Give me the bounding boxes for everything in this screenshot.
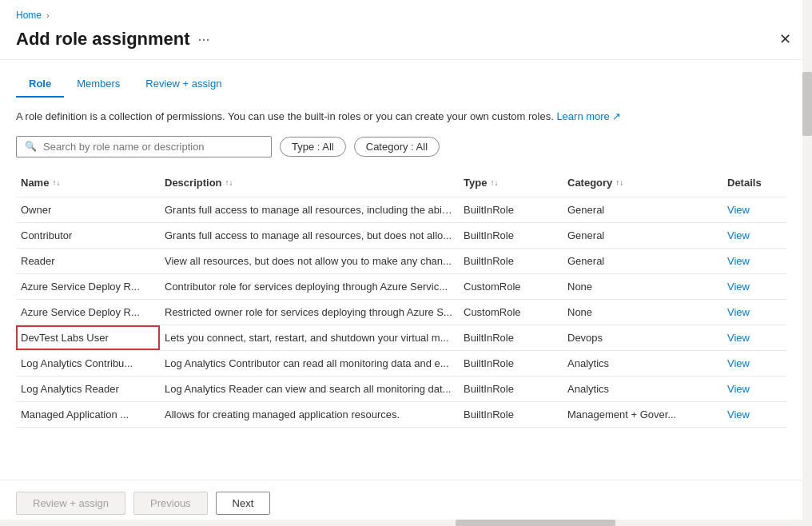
- row-type: CustomRole: [459, 274, 563, 299]
- row-details-link[interactable]: View: [722, 223, 786, 248]
- search-box[interactable]: 🔍: [16, 136, 272, 157]
- row-type: BuiltInRole: [459, 351, 563, 376]
- row-category: General: [563, 197, 722, 222]
- row-name-highlighted: DevTest Labs User: [16, 325, 160, 350]
- row-description: View all resources, but does not allow y…: [160, 249, 459, 273]
- breadcrumb-separator: ›: [46, 10, 50, 20]
- row-type: BuiltInRole: [459, 249, 563, 273]
- ellipsis-menu[interactable]: ···: [198, 31, 210, 48]
- page-title: Add role assignment: [16, 29, 190, 50]
- row-description: Grants full access to manage all resourc…: [160, 197, 459, 222]
- row-name: Contributor: [16, 223, 160, 248]
- table-row[interactable]: Azure Service Deploy R... Restricted own…: [16, 300, 786, 325]
- row-type: BuiltInRole: [459, 377, 563, 401]
- scrollbar-track[interactable]: [802, 0, 812, 526]
- row-name: Reader: [16, 249, 160, 273]
- row-category: Devops: [563, 325, 722, 350]
- row-details-link[interactable]: View: [722, 197, 786, 222]
- tab-review-assign[interactable]: Review + assign: [133, 71, 234, 98]
- th-description[interactable]: Description ↑↓: [160, 173, 459, 192]
- row-description: Contributor role for services deploying …: [160, 274, 459, 299]
- th-details: Details: [722, 173, 786, 192]
- scrollbar-thumb[interactable]: [802, 72, 812, 136]
- category-filter-label: Category : All: [366, 141, 428, 153]
- row-description: Log Analytics Contributor can read all m…: [160, 351, 459, 376]
- th-category[interactable]: Category ↑↓: [563, 173, 722, 192]
- previous-button[interactable]: Previous: [133, 492, 208, 515]
- sort-icon-type: ↑↓: [490, 178, 498, 187]
- description-text: A role definition is a collection of per…: [16, 109, 786, 125]
- learn-more-link[interactable]: Learn more ↗: [556, 110, 621, 122]
- table-header: Name ↑↓ Description ↑↓ Type ↑↓ Category …: [16, 169, 786, 197]
- row-category: Management + Gover...: [563, 402, 722, 427]
- next-button[interactable]: Next: [216, 492, 271, 515]
- tab-members[interactable]: Members: [64, 71, 133, 98]
- search-input[interactable]: [43, 141, 263, 153]
- sort-icon-description: ↑↓: [225, 178, 233, 187]
- row-category: Analytics: [563, 377, 722, 401]
- row-category: Analytics: [563, 351, 722, 376]
- sort-icon-category: ↑↓: [615, 178, 623, 187]
- row-name: Azure Service Deploy R...: [16, 274, 160, 299]
- breadcrumb: Home ›: [0, 0, 812, 26]
- row-description: Grants full access to manage all resourc…: [160, 223, 459, 248]
- bottom-scrollbar-thumb[interactable]: [456, 520, 615, 526]
- row-category: General: [563, 249, 722, 273]
- row-description: Log Analytics Reader can view and search…: [160, 377, 459, 401]
- table-row[interactable]: Managed Application ... Allows for creat…: [16, 402, 786, 428]
- panel-container: Home › Add role assignment ··· ✕ Role Me…: [0, 0, 812, 526]
- th-type[interactable]: Type ↑↓: [459, 173, 563, 192]
- row-category: None: [563, 274, 722, 299]
- row-type: BuiltInRole: [459, 402, 563, 427]
- row-type: BuiltInRole: [459, 197, 563, 222]
- filters-row: 🔍 Type : All Category : All: [16, 136, 786, 157]
- panel-content: Role Members Review + assign A role defi…: [0, 60, 802, 428]
- table-row[interactable]: Contributor Grants full access to manage…: [16, 223, 786, 249]
- row-details-link[interactable]: View: [722, 351, 786, 376]
- row-details-link[interactable]: View: [722, 249, 786, 273]
- panel-title-row: Add role assignment ···: [16, 29, 210, 50]
- row-description: Allows for creating managed application …: [160, 402, 459, 427]
- row-description: Lets you connect, start, restart, and sh…: [160, 325, 459, 350]
- row-name: Log Analytics Contribu...: [16, 351, 160, 376]
- row-type: BuiltInRole: [459, 325, 563, 350]
- row-name: Managed Application ...: [16, 402, 160, 427]
- row-name: Owner: [16, 197, 160, 222]
- table-row[interactable]: Log Analytics Reader Log Analytics Reade…: [16, 377, 786, 402]
- row-details-link[interactable]: View: [722, 274, 786, 299]
- row-category: General: [563, 223, 722, 248]
- row-type: BuiltInRole: [459, 223, 563, 248]
- sort-icon-name: ↑↓: [52, 178, 60, 187]
- table-row[interactable]: Azure Service Deploy R... Contributor ro…: [16, 274, 786, 300]
- type-filter-pill[interactable]: Type : All: [280, 137, 346, 157]
- row-name: Azure Service Deploy R...: [16, 300, 160, 325]
- tabs-container: Role Members Review + assign: [16, 60, 786, 98]
- row-details-link[interactable]: View: [722, 377, 786, 401]
- category-filter-pill[interactable]: Category : All: [354, 137, 440, 157]
- row-name: Log Analytics Reader: [16, 377, 160, 401]
- row-type: CustomRole: [459, 300, 563, 325]
- row-details-link[interactable]: View: [722, 325, 786, 350]
- table-row-highlighted[interactable]: DevTest Labs User Lets you connect, star…: [16, 325, 786, 351]
- description-body: A role definition is a collection of per…: [16, 110, 554, 122]
- type-filter-label: Type : All: [292, 141, 334, 153]
- search-icon: 🔍: [25, 141, 37, 152]
- table-row[interactable]: Reader View all resources, but does not …: [16, 249, 786, 274]
- row-description: Restricted owner role for services deplo…: [160, 300, 459, 325]
- th-name[interactable]: Name ↑↓: [16, 173, 160, 192]
- table-row[interactable]: Owner Grants full access to manage all r…: [16, 197, 786, 223]
- table-row[interactable]: Log Analytics Contribu... Log Analytics …: [16, 351, 786, 377]
- row-details-link[interactable]: View: [722, 300, 786, 325]
- breadcrumb-home[interactable]: Home: [16, 10, 42, 21]
- close-button[interactable]: ✕: [774, 29, 796, 50]
- row-category: None: [563, 300, 722, 325]
- roles-table: Name ↑↓ Description ↑↓ Type ↑↓ Category …: [16, 169, 786, 428]
- review-assign-button[interactable]: Review + assign: [16, 492, 125, 515]
- bottom-scrollbar[interactable]: [0, 520, 802, 526]
- panel-header: Add role assignment ··· ✕: [0, 26, 812, 60]
- tab-role[interactable]: Role: [16, 71, 64, 98]
- row-details-link[interactable]: View: [722, 402, 786, 427]
